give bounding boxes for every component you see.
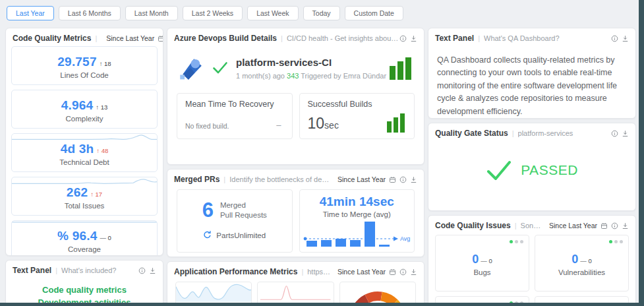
panel-title: Azure Devops Build Details xyxy=(174,34,277,43)
time-to-merge-label: Time to Merge (avg) xyxy=(300,210,415,218)
calendar-icon[interactable] xyxy=(389,268,396,276)
info-icon[interactable] xyxy=(611,35,618,42)
metric-value: 262 xyxy=(67,185,88,199)
filter-last-month[interactable]: Last Month xyxy=(125,6,178,20)
build-time: 1 month(s) ago xyxy=(236,72,285,80)
filter-last-year[interactable]: Last Year xyxy=(7,6,54,20)
merged-pull-requests-card: 6 Merged Pull Requests PartsUnlimited xyxy=(177,189,293,253)
triggered-by: Triggered by Emra Dündar xyxy=(301,72,386,80)
code-quality-metrics-panel: Code Quality Metrics | Sonarqube Since L… xyxy=(5,28,163,256)
range-label: Since Last Year xyxy=(549,222,597,229)
severity-dots xyxy=(609,240,623,243)
panel-title: Merged PRs xyxy=(174,175,220,184)
card-title: Successful Builds xyxy=(308,100,407,109)
calendar-icon[interactable] xyxy=(389,176,396,183)
repository-name[interactable]: PartsUnlimited xyxy=(216,231,266,239)
filter-last-6-months[interactable]: Last 6 Months xyxy=(59,6,121,20)
panel-title: Text Panel xyxy=(13,266,51,275)
metric-label: Complexity xyxy=(12,115,157,123)
metric-technical-debt: 4d 3h↑ 48 Technical Debt xyxy=(11,133,158,172)
time-to-merge-card: 41min 14sec Time to Merge (avg) Avg xyxy=(299,189,415,253)
metric-total-issues: 262↑ 17 Total Issues xyxy=(11,177,158,216)
info-icon[interactable] xyxy=(611,222,618,229)
mttr-value: – xyxy=(276,120,281,130)
panel-subtitle: https://mywebsite.io xyxy=(307,268,332,276)
title-separator: | xyxy=(478,34,480,42)
merged-prs-panel: Merged PRs | Identify the bottlenecks of… xyxy=(167,169,424,257)
panel-title: Quality Gate Status xyxy=(435,129,508,138)
application-performance-panel: Application Performance Metrics | https:… xyxy=(167,261,424,306)
bugs-card: 0— 0 Bugs xyxy=(435,235,529,291)
text-panel-body: QA Dashboard collects quality-related me… xyxy=(428,45,635,118)
metric-trend: ↑ 17 xyxy=(90,191,102,198)
text-panel-qa: Text Panel | What's QA Dashboard? QA Das… xyxy=(428,28,636,119)
passed-check-icon xyxy=(486,160,512,181)
filter-today[interactable]: Today xyxy=(303,6,340,20)
severity-dots xyxy=(510,240,523,243)
build-number[interactable]: 343 xyxy=(287,72,299,80)
download-icon[interactable] xyxy=(410,35,417,42)
info-icon[interactable] xyxy=(399,35,407,42)
metric-value: % 96.4 xyxy=(57,229,97,243)
quality-gate-status: PASSED xyxy=(521,162,578,178)
vulnerabilities-value: 0 xyxy=(571,253,578,266)
mttr-message: No fixed build. xyxy=(185,122,229,130)
vulnerabilities-card: 0— 0 Vulnerabilities xyxy=(535,235,629,291)
bugs-value: 0 xyxy=(472,253,479,266)
panel-subtitle: platform-services xyxy=(518,129,611,137)
panel-subtitle: SonarQube xyxy=(521,222,544,229)
download-icon[interactable] xyxy=(410,176,417,183)
bugs-trend: — 0 xyxy=(481,257,492,264)
metric-trend: ↑ 48 xyxy=(96,147,108,154)
text-panel-included: Text Panel | What's included? Code quali… xyxy=(5,260,163,306)
metric-value: 29.757 xyxy=(57,55,96,69)
range-label: Since Last Year xyxy=(337,268,386,276)
filter-last-week[interactable]: Last Week xyxy=(247,6,298,20)
calendar-icon[interactable] xyxy=(600,222,608,229)
download-icon[interactable] xyxy=(622,222,629,229)
successful-builds-value: 10 xyxy=(308,115,325,132)
download-icon[interactable] xyxy=(622,35,629,42)
date-filter-bar: Last Year Last 6 Months Last Month Last … xyxy=(7,6,403,20)
range-label: Since Last Year xyxy=(106,34,154,42)
filter-last-2-weeks[interactable]: Last 2 Weeks xyxy=(183,6,243,20)
pipeline-name[interactable]: platform-services-CI xyxy=(236,57,388,68)
error-rate-sparkline xyxy=(258,284,333,302)
bugs-label: Bugs xyxy=(436,268,529,276)
metric-complexity: 4.964↑ 13 Complexity xyxy=(11,90,158,129)
avg-label: Avg xyxy=(400,235,410,242)
vulnerabilities-label: Vulnerabilities xyxy=(535,268,628,276)
panel-subtitle: CI/CD health - Get insights about your p… xyxy=(287,34,399,42)
metric-coverage: % 96.4— 0 Coverage xyxy=(11,220,158,256)
azure-build-details-panel: Azure Devops Build Details | CI/CD healt… xyxy=(167,28,424,165)
download-icon[interactable] xyxy=(622,130,629,137)
successful-builds-bars xyxy=(386,113,406,133)
azure-devops-logo xyxy=(177,54,204,82)
calendar-icon[interactable] xyxy=(158,35,163,42)
build-history-bars xyxy=(388,56,412,80)
panel-subtitle: What's included? xyxy=(61,266,138,274)
merged-pr-count: 6 xyxy=(202,199,214,222)
download-icon[interactable] xyxy=(410,268,417,276)
info-icon[interactable] xyxy=(138,267,146,274)
filter-custom-date[interactable]: Custom Date xyxy=(345,6,403,20)
metric-label: Coverage xyxy=(12,245,157,253)
info-icon[interactable] xyxy=(399,268,407,276)
mean-time-to-recovery-card: Mean Time To Recovery No fixed build. – xyxy=(177,93,293,139)
range-label: Since Last Year xyxy=(337,175,386,183)
build-meta: 1 month(s) ago 343 Triggered by Emra Dün… xyxy=(236,72,388,80)
build-success-check-icon xyxy=(212,61,228,75)
download-icon[interactable] xyxy=(149,267,156,274)
panel-title: Code Quality Metrics xyxy=(13,34,91,43)
metric-trend: ↑ 18 xyxy=(100,60,111,67)
time-to-merge-chart: Avg xyxy=(301,219,412,249)
info-icon[interactable] xyxy=(399,176,407,183)
panel-title: Application Performance Metrics xyxy=(174,267,297,276)
sparkline xyxy=(12,134,157,142)
successful-builds-card: Successful Builds 10sec xyxy=(299,93,415,139)
title-separator: | xyxy=(95,34,97,42)
qa-dashboard: Last Year Last 6 Months Last Month Last … xyxy=(0,0,644,306)
info-icon[interactable] xyxy=(611,130,618,137)
merged-pr-label: Merged Pull Requests xyxy=(220,200,267,220)
title-separator: | xyxy=(512,129,514,137)
